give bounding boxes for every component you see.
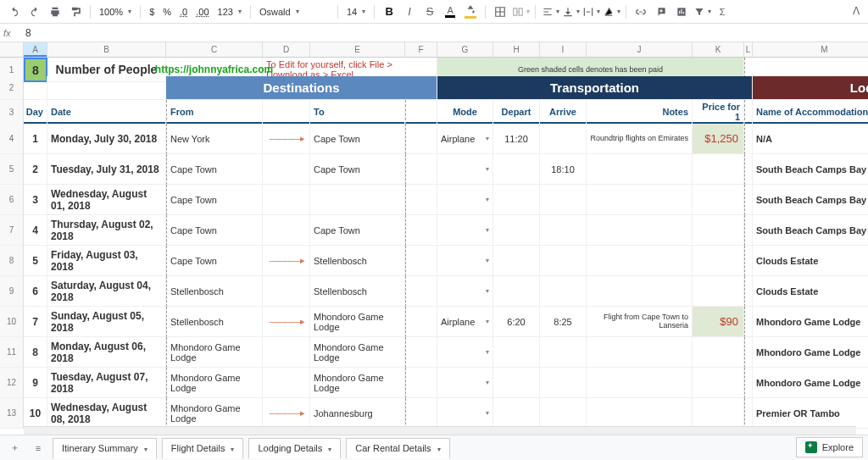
- row-header[interactable]: 9: [0, 276, 24, 307]
- column-header[interactable]: K: [693, 42, 744, 57]
- price-cell[interactable]: [693, 337, 744, 368]
- empty-cell[interactable]: [405, 215, 437, 246]
- arrive-cell[interactable]: 18:10: [540, 154, 587, 185]
- day-cell[interactable]: 4: [24, 215, 47, 246]
- font-family-dropdown[interactable]: Oswald: [256, 7, 332, 17]
- tab-car-rental-details[interactable]: Car Rental Details: [346, 438, 449, 458]
- day-cell[interactable]: 10: [24, 398, 47, 429]
- empty-cell[interactable]: [405, 276, 437, 307]
- from-cell[interactable]: Mhondoro Game Lodge: [166, 398, 263, 429]
- row-header[interactable]: 3: [0, 100, 24, 125]
- day-cell[interactable]: 7: [24, 307, 47, 337]
- row-header[interactable]: 8: [0, 246, 24, 276]
- functions-button[interactable]: Σ: [713, 3, 732, 21]
- from-cell[interactable]: Stellenbosch: [166, 307, 263, 337]
- column-header[interactable]: L: [744, 42, 753, 57]
- notes-cell[interactable]: [587, 398, 693, 429]
- date-cell[interactable]: Monday, July 30, 2018: [47, 124, 166, 154]
- column-header[interactable]: F: [405, 42, 437, 57]
- empty-cell[interactable]: [405, 337, 437, 368]
- notes-cell[interactable]: [587, 246, 693, 276]
- depart-cell[interactable]: [493, 215, 540, 246]
- collapse-toolbar-icon[interactable]: ᐱ: [853, 5, 860, 17]
- fill-color-button[interactable]: [461, 3, 480, 21]
- notes-cell[interactable]: [587, 276, 693, 307]
- date-cell[interactable]: Wednesday, August 08, 2018: [47, 398, 166, 429]
- to-cell[interactable]: Cape Town: [310, 124, 405, 154]
- accommodation-cell[interactable]: Mhondoro Game Lodge: [753, 307, 868, 337]
- undo-icon[interactable]: [5, 3, 24, 21]
- day-cell[interactable]: 8: [24, 337, 47, 368]
- row-header[interactable]: 10: [0, 307, 24, 337]
- merge-cells-button[interactable]: [511, 3, 530, 21]
- horizontal-scrollbar[interactable]: [24, 426, 856, 435]
- price-cell[interactable]: $90: [693, 307, 744, 337]
- notes-cell[interactable]: [587, 185, 693, 215]
- from-cell[interactable]: Mhondoro Game Lodge: [166, 337, 263, 368]
- to-cell[interactable]: Mhondoro Game Lodge: [310, 337, 405, 368]
- empty-cell[interactable]: [744, 398, 753, 429]
- header-day[interactable]: Day: [24, 100, 47, 125]
- empty-cell[interactable]: [744, 215, 753, 246]
- empty-cell[interactable]: [744, 368, 753, 398]
- column-header[interactable]: A: [24, 42, 47, 57]
- borders-button[interactable]: [491, 3, 509, 21]
- mode-cell[interactable]: ▾: [437, 368, 493, 398]
- column-header[interactable]: C: [166, 42, 263, 57]
- empty-cell[interactable]: [405, 100, 437, 125]
- price-cell[interactable]: [693, 185, 744, 215]
- depart-cell[interactable]: [493, 276, 540, 307]
- vertical-align-button[interactable]: [561, 3, 580, 21]
- date-cell[interactable]: Tuesday, July 31, 2018: [47, 154, 166, 185]
- from-cell[interactable]: Cape Town: [166, 246, 263, 276]
- row-header[interactable]: 6: [0, 185, 24, 215]
- arrive-cell[interactable]: [540, 337, 587, 368]
- increase-decimal-button[interactable]: .00: [192, 7, 212, 17]
- notes-cell[interactable]: Flight from Cape Town to Lanseria: [587, 307, 693, 337]
- day-cell[interactable]: 2: [24, 154, 47, 185]
- row-header[interactable]: 12: [0, 368, 24, 398]
- bold-button[interactable]: B: [380, 3, 398, 21]
- arrive-cell[interactable]: [540, 215, 587, 246]
- to-cell[interactable]: Stellenbosch: [310, 246, 405, 276]
- arrive-cell[interactable]: [540, 276, 587, 307]
- tab-lodging-details[interactable]: Lodging Details: [248, 438, 341, 458]
- notes-cell[interactable]: Roundtrip flights on Emirates: [587, 124, 693, 154]
- date-cell[interactable]: Wednesday, August 01, 2018: [47, 185, 166, 215]
- date-cell[interactable]: Thursday, August 02, 2018: [47, 215, 166, 246]
- depart-cell[interactable]: [493, 337, 540, 368]
- empty-cell[interactable]: [405, 368, 437, 398]
- accommodation-cell[interactable]: Clouds Estate: [753, 246, 868, 276]
- arrow-cell[interactable]: [263, 276, 310, 307]
- notes-cell[interactable]: [587, 337, 693, 368]
- number-format-dropdown[interactable]: 123: [214, 7, 245, 17]
- arrow-cell[interactable]: ————▸: [263, 398, 310, 429]
- chevron-down-icon[interactable]: [435, 443, 441, 453]
- arrow-cell[interactable]: ————▸: [263, 246, 310, 276]
- empty-cell[interactable]: [744, 100, 753, 125]
- accommodation-cell[interactable]: Mhondoro Game Lodge: [753, 368, 868, 398]
- chevron-down-icon[interactable]: [142, 443, 147, 453]
- column-header[interactable]: I: [540, 42, 587, 57]
- zoom-dropdown[interactable]: 100%: [96, 7, 135, 17]
- filter-button[interactable]: [693, 3, 711, 21]
- from-cell[interactable]: Cape Town: [166, 154, 263, 185]
- empty-cell[interactable]: [405, 246, 437, 276]
- empty-cell[interactable]: [744, 124, 753, 154]
- date-cell[interactable]: Friday, August 03, 2018: [47, 246, 166, 276]
- mode-cell[interactable]: ▾: [437, 215, 493, 246]
- price-cell[interactable]: [693, 154, 744, 185]
- price-cell[interactable]: [693, 276, 744, 307]
- mode-cell[interactable]: Airplane▾: [437, 124, 493, 154]
- from-cell[interactable]: New York: [166, 124, 263, 154]
- arrive-cell[interactable]: [540, 398, 587, 429]
- depart-cell[interactable]: [493, 368, 540, 398]
- price-cell[interactable]: [693, 215, 744, 246]
- from-cell[interactable]: Stellenbosch: [166, 276, 263, 307]
- empty-cell[interactable]: [744, 276, 753, 307]
- destinations-band[interactable]: Destinations: [166, 76, 437, 100]
- empty-cell[interactable]: [405, 398, 437, 429]
- mode-cell[interactable]: ▾: [437, 185, 493, 215]
- price-cell[interactable]: [693, 398, 744, 429]
- depart-cell[interactable]: [493, 246, 540, 276]
